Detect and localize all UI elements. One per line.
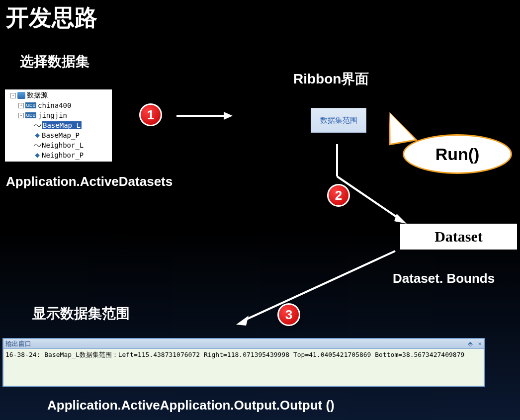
- tree-root[interactable]: - 数据源: [5, 90, 112, 100]
- speech-tail: [385, 110, 415, 144]
- line-dataset-icon: [33, 121, 42, 130]
- tree-item-neighbor-p[interactable]: ◆ Neighbor_P: [5, 150, 112, 160]
- api-output: Application.ActiveApplication.Output.Out…: [47, 398, 335, 413]
- output-window-title-bar: 输出窗口 ⬘ ×: [3, 339, 484, 349]
- tree-item-basemap-p[interactable]: ◆ BaseMap_P: [5, 130, 112, 140]
- collapse-icon[interactable]: -: [18, 113, 24, 118]
- svg-marker-1: [224, 112, 233, 120]
- run-callout: Run(): [403, 134, 512, 174]
- section-show-bounds: 显示数据集范围: [32, 304, 130, 323]
- collapse-icon[interactable]: -: [10, 93, 16, 98]
- tree-item-jingjin[interactable]: - UDB jingjin: [5, 110, 112, 120]
- udb-icon: UDB: [25, 112, 36, 118]
- tree-item-label: BaseMap_P: [42, 131, 80, 139]
- arrow-1: [174, 108, 234, 123]
- tree-item-label: Neighbor_L: [42, 141, 84, 149]
- point-dataset-icon: ◆: [33, 152, 42, 159]
- tree-item-label: BaseMap_L: [42, 121, 82, 129]
- arrow-2: [332, 142, 417, 226]
- section-select-dataset: 选择数据集: [20, 52, 89, 71]
- ribbon-button-dataset-bounds[interactable]: 数据集范围: [311, 108, 366, 133]
- tree-item-label: Neighbor_P: [42, 151, 84, 159]
- pin-icon[interactable]: ⬘: [468, 340, 473, 347]
- output-window[interactable]: 输出窗口 ⬘ × 16-38-24: BaseMap_L数据集范围：Left=1…: [2, 338, 485, 387]
- output-window-title: 输出窗口: [5, 339, 31, 348]
- svg-line-3: [337, 176, 399, 219]
- tree-item-china400[interactable]: + UDB china400: [5, 100, 112, 110]
- dataset-box: Dataset: [400, 224, 517, 250]
- output-window-body: 16-38-24: BaseMap_L数据集范围：Left=115.438731…: [3, 349, 484, 361]
- tree-item-basemap-l[interactable]: BaseMap_L: [5, 120, 112, 130]
- tree-item-label: jingjin: [38, 111, 67, 119]
- datasource-tree[interactable]: - 数据源 + UDB china400 - UDB jingjin BaseM…: [5, 89, 112, 162]
- svg-marker-4: [394, 214, 407, 224]
- ribbon-label: Ribbon界面: [293, 70, 369, 88]
- line-dataset-icon: [33, 141, 42, 150]
- database-icon: [17, 92, 25, 99]
- api-active-datasets: Application.ActiveDatasets: [6, 174, 173, 189]
- tree-item-label: china400: [38, 101, 71, 109]
- svg-marker-6: [236, 316, 249, 326]
- svg-line-5: [244, 251, 395, 321]
- tree-item-neighbor-l[interactable]: Neighbor_L: [5, 140, 112, 150]
- slide-title: 开发思路: [6, 2, 97, 33]
- close-icon[interactable]: ×: [478, 340, 482, 347]
- arrow-3: [234, 246, 403, 331]
- tree-root-label: 数据源: [27, 91, 48, 100]
- udb-icon: UDB: [25, 102, 36, 108]
- dataset-bounds-label: Dataset. Bounds: [393, 271, 495, 286]
- step-badge-1: 1: [139, 103, 162, 126]
- point-dataset-icon: ◆: [33, 132, 42, 139]
- expand-icon[interactable]: +: [18, 103, 24, 108]
